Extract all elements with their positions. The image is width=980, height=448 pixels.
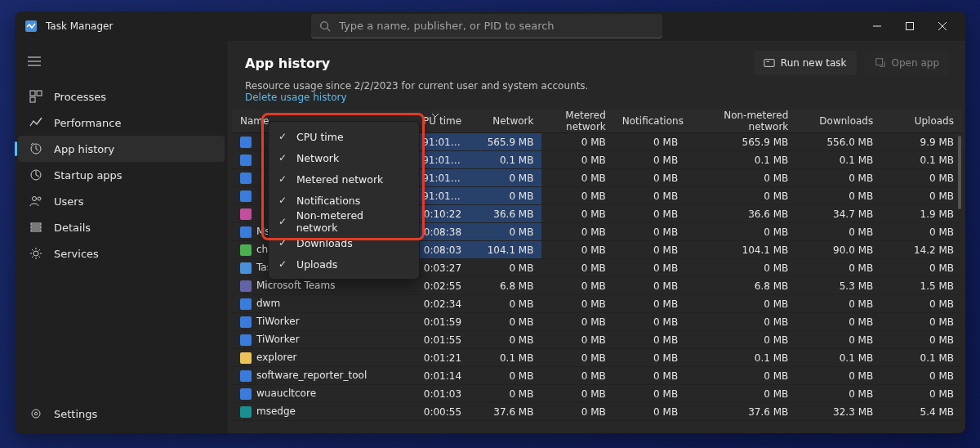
sidebar-item-settings[interactable]: Settings (18, 401, 225, 427)
table-row[interactable]: wuaucltcore0:01:030 MB0 MB0 MB0 MB0 MB0 … (232, 385, 962, 403)
cell-value: 0 MB (796, 331, 881, 349)
cell-value: 0 MB (796, 385, 881, 403)
column-header-non-metered-network[interactable]: Non-metered network (686, 110, 796, 133)
cell-name: TiWorker (232, 313, 402, 331)
sidebar-item-startup-apps[interactable]: Startup apps (18, 162, 225, 188)
run-task-icon (764, 57, 775, 69)
scrollbar-thumb[interactable] (958, 136, 961, 209)
cell-value: 0.1 MB (686, 349, 796, 367)
cell-value: 0 MB (541, 133, 613, 151)
cell-value: 0 MB (541, 259, 613, 277)
cell-value: 0.1 MB (686, 151, 796, 169)
column-header-network[interactable]: Network (470, 110, 541, 133)
ctx-item-downloads[interactable]: ✓Downloads (272, 232, 416, 253)
cell-value: 0 MB (881, 367, 962, 385)
cell-value: 0 MB (686, 295, 796, 313)
app-row-icon (240, 262, 252, 274)
cell-value: 0 MB (614, 241, 686, 259)
column-header-downloads[interactable]: Downloads (796, 110, 881, 133)
cell-value: 5.4 MB (881, 403, 962, 421)
cell-value: 37.6 MB (686, 403, 796, 421)
ctx-item-network[interactable]: ✓Network (272, 147, 416, 168)
ctx-item-uploads[interactable]: ✓Uploads (272, 253, 416, 275)
nav-label: Services (54, 248, 99, 260)
cell-value: 0 MB (541, 331, 613, 349)
cell-value: 0 MB (614, 295, 686, 313)
cell-value: 0 MB (541, 241, 613, 259)
open-app-icon (875, 57, 886, 69)
nav-label: App history (54, 143, 114, 155)
hamburger-button[interactable] (18, 47, 51, 75)
cell-value: 0:02:34 (402, 295, 470, 313)
cell-value: 0 MB (614, 187, 686, 205)
cell-value: 0 MB (686, 313, 796, 331)
columns-context-menu: ✓CPU time✓Network✓Metered network✓Notifi… (268, 121, 420, 280)
nav-label: Startup apps (54, 169, 122, 181)
table-row[interactable]: explorer0:01:210.1 MB0 MB0 MB0.1 MB0.1 M… (232, 349, 962, 367)
run-new-task-button[interactable]: Run new task (754, 51, 857, 75)
table-row[interactable]: dwm0:02:340 MB0 MB0 MB0 MB0 MB0 MB (232, 295, 962, 313)
sidebar-item-services[interactable]: Services (18, 240, 225, 267)
ctx-item-non-metered-network[interactable]: ✓Non-metered network (272, 211, 416, 232)
sidebar-item-app-history[interactable]: App history (18, 136, 225, 162)
delete-history-link[interactable]: Delete usage history (245, 92, 949, 103)
cell-value: 0.1 MB (796, 151, 881, 169)
cell-value: 0 MB (881, 331, 962, 349)
column-header-metered-network[interactable]: Metered network (541, 110, 613, 133)
cell-value: 0 MB (686, 367, 796, 385)
table-row[interactable]: msedge0:00:5537.6 MB0 MB0 MB37.6 MB32.3 … (232, 403, 962, 421)
open-app-button[interactable]: Open app (865, 51, 949, 75)
ctx-label: CPU time (296, 131, 344, 143)
cell-value: 0:01:21 (402, 349, 470, 367)
ctx-item-notifications[interactable]: ✓Notifications (272, 190, 416, 211)
app-row-icon (240, 244, 252, 256)
close-button[interactable] (926, 14, 959, 38)
cell-value: 0 MB (881, 385, 962, 403)
sidebar-item-processes[interactable]: Processes (18, 83, 225, 110)
cell-name: wuaucltcore (232, 385, 402, 403)
vertical-scrollbar[interactable] (957, 134, 962, 428)
column-header-notifications[interactable]: Notifications (614, 110, 686, 133)
cell-value: 0:01:55 (402, 331, 470, 349)
cell-value: 556.0 MB (796, 133, 881, 151)
sidebar-item-users[interactable]: Users (18, 188, 225, 214)
cell-value: 0.1 MB (470, 151, 541, 169)
ctx-label: Notifications (296, 195, 360, 207)
app-history-table: NamePU timeNetworkMetered networkNotific… (232, 110, 962, 430)
cell-value: 0 MB (796, 223, 881, 241)
cell-value: 37.6 MB (470, 403, 541, 421)
sidebar-item-performance[interactable]: Performance (18, 110, 225, 136)
hamburger-icon (28, 56, 41, 66)
cell-value: 0 MB (614, 223, 686, 241)
minimize-button[interactable] (861, 14, 893, 38)
cell-value: 0 MB (796, 367, 881, 385)
cell-value: 0:01:59 (402, 313, 470, 331)
cell-value: 565.9 MB (686, 133, 796, 151)
cell-value: 0 MB (614, 331, 686, 349)
table-row[interactable]: TiWorker0:01:550 MB0 MB0 MB0 MB0 MB0 MB (232, 331, 962, 349)
cell-value: 0 MB (881, 223, 962, 241)
ctx-item-cpu-time[interactable]: ✓CPU time (272, 126, 416, 147)
cell-value: 1.5 MB (881, 277, 962, 295)
app-row-icon (240, 280, 252, 292)
cell-value: 34.7 MB (796, 205, 881, 223)
svg-point-15 (33, 197, 37, 201)
cell-value: 0 MB (881, 259, 962, 277)
sidebar-item-details[interactable]: Details (18, 214, 225, 240)
nav-icon (29, 168, 42, 181)
ctx-item-metered-network[interactable]: ✓Metered network (272, 168, 416, 190)
app-row-icon (240, 155, 252, 166)
cell-value: 0 MB (686, 331, 796, 349)
cell-value: 0 MB (541, 403, 613, 421)
svg-rect-17 (31, 223, 41, 225)
maximize-button[interactable] (893, 14, 926, 38)
cell-value: 0 MB (470, 223, 541, 241)
search-input[interactable]: Type a name, publisher, or PID to search (311, 14, 662, 38)
table-row[interactable]: software_reporter_tool0:01:140 MB0 MB0 M… (232, 367, 962, 385)
column-header-uploads[interactable]: Uploads (881, 110, 962, 133)
svg-line-2 (327, 28, 331, 31)
table-row[interactable]: TiWorker0:01:590 MB0 MB0 MB0 MB0 MB0 MB (232, 313, 962, 331)
check-icon: ✓ (278, 237, 293, 249)
cell-value: 0.1 MB (470, 349, 541, 367)
app-row-icon (240, 298, 252, 310)
